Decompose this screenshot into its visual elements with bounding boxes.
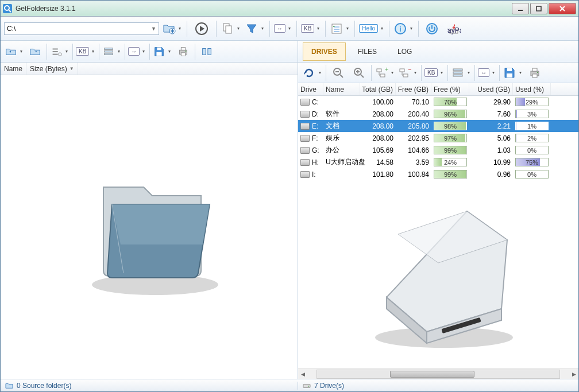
- play-scan-button[interactable]: [191, 19, 213, 38]
- donate-paypal-button[interactable]: PayPal: [444, 19, 464, 38]
- table-row[interactable]: H:U大师启动盘14.583.5924%10.9975%: [298, 156, 578, 168]
- scroll-thumb[interactable]: [390, 371, 475, 378]
- list-settings-button[interactable]: [49, 42, 70, 61]
- col-size[interactable]: Size (Bytes)▼: [26, 63, 78, 75]
- col-total[interactable]: Total (GB): [360, 83, 396, 95]
- col-drive-name[interactable]: Name: [323, 83, 360, 95]
- drive-used-cell: 1.03: [469, 144, 513, 156]
- left-width-button[interactable]: ↔: [128, 42, 147, 61]
- col-used-pct[interactable]: Used (%): [513, 83, 551, 95]
- info-button[interactable]: i: [393, 19, 415, 38]
- zoom-in-button[interactable]: [349, 63, 369, 83]
- svg-rect-61: [532, 68, 537, 71]
- svg-text:−: −: [408, 66, 411, 73]
- drive-used-cell: 10.99: [469, 156, 513, 168]
- drive-freepct-cell: 70%: [431, 96, 469, 108]
- folder-back-button[interactable]: [4, 42, 25, 61]
- zoom-out-button[interactable]: [329, 63, 348, 83]
- right-icon-area: [298, 180, 578, 368]
- width-button[interactable]: ↔: [273, 19, 293, 38]
- svg-rect-11: [226, 26, 231, 33]
- right-list-button[interactable]: [450, 63, 472, 83]
- drive-free-cell: 205.80: [396, 120, 431, 132]
- scroll-right-arrow[interactable]: ▶: [569, 370, 578, 379]
- drive-free-cell: 3.59: [396, 156, 431, 168]
- refresh-button[interactable]: [302, 63, 323, 83]
- tab-files[interactable]: FILES: [349, 42, 385, 61]
- drive-used-cell: 0.96: [469, 168, 513, 180]
- options-list-button[interactable]: [329, 19, 351, 38]
- drives-table-body: C:100.0070.1070%29.9029%D:软件208.00200.40…: [298, 96, 578, 180]
- left-print-button[interactable]: [174, 42, 192, 61]
- drives-columns-header: Drive Name Total (GB) Free (GB) Free (%)…: [298, 83, 578, 96]
- drive-used-cell: 29.90: [469, 96, 513, 108]
- col-name[interactable]: Name: [1, 63, 26, 75]
- maximize-button[interactable]: [530, 3, 547, 14]
- kb-label: KB: [424, 68, 438, 77]
- drive-letter: G:: [312, 146, 319, 154]
- folder-icon: [5, 382, 13, 389]
- svg-text:+: +: [385, 66, 388, 73]
- drive-icon: [300, 135, 310, 142]
- drive-free-cell: 70.10: [396, 96, 431, 108]
- left-kb-button[interactable]: KB: [75, 42, 96, 61]
- svg-rect-26: [105, 48, 113, 49]
- split-container: KB ↔ Name Size (Bytes)▼: [1, 41, 578, 379]
- unit-kb-button[interactable]: KB: [300, 19, 322, 38]
- drive-freepct-cell: 97%: [431, 132, 469, 144]
- table-row[interactable]: G:办公105.69104.6699%1.030%: [298, 144, 578, 156]
- power-button[interactable]: [422, 19, 442, 38]
- tree-remove-button[interactable]: −: [397, 63, 419, 83]
- left-save-button[interactable]: [152, 42, 173, 61]
- drive-total-cell: 14.58: [360, 156, 396, 168]
- svg-rect-57: [453, 75, 462, 76]
- tab-drives[interactable]: DRIVES: [303, 42, 346, 61]
- filter-button[interactable]: [244, 19, 266, 38]
- table-row[interactable]: D:软件208.00200.4096%7.603%: [298, 108, 578, 120]
- table-row[interactable]: F:娱乐208.00202.9597%5.062%: [298, 132, 578, 144]
- tree-add-button[interactable]: +: [374, 63, 396, 83]
- drive-letter: D:: [312, 110, 319, 118]
- status-right-text: 7 Drive(s): [314, 382, 344, 390]
- left-columns-header: Name Size (Bytes)▼: [1, 63, 298, 75]
- svg-rect-35: [203, 48, 206, 55]
- drive-icon: [300, 147, 310, 154]
- close-button[interactable]: [549, 3, 576, 14]
- drive-free-cell: 200.40: [396, 108, 431, 120]
- svg-rect-12: [332, 24, 341, 33]
- drive-usedpct-cell: 75%: [513, 156, 551, 168]
- col-used[interactable]: Used (GB): [469, 83, 513, 95]
- path-input[interactable]: C:\ ▼: [4, 22, 159, 35]
- compare-button[interactable]: [198, 42, 216, 61]
- drive-used-cell: 7.60: [469, 108, 513, 120]
- folder-up-button[interactable]: [26, 42, 44, 61]
- kb-label: KB: [76, 47, 89, 56]
- table-row[interactable]: C:100.0070.1070%29.9029%: [298, 96, 578, 108]
- col-drive[interactable]: Drive: [298, 83, 323, 95]
- right-kb-button[interactable]: KB: [424, 63, 445, 83]
- tab-log[interactable]: LOG: [389, 42, 420, 61]
- horizontal-scrollbar[interactable]: ◀ ▶: [298, 368, 578, 379]
- copy-button[interactable]: [220, 19, 242, 38]
- scroll-left-arrow[interactable]: ◀: [298, 370, 307, 379]
- drive-name-cell: [323, 168, 360, 180]
- kb-label: KB: [301, 24, 314, 33]
- right-print-button[interactable]: [525, 63, 545, 83]
- list-view-button[interactable]: [102, 42, 122, 61]
- width-icon: ↔: [128, 47, 140, 56]
- svg-rect-59: [507, 68, 512, 71]
- drive-total-cell: 101.80: [360, 168, 396, 180]
- col-free-pct[interactable]: Free (%): [431, 83, 469, 95]
- add-folder-button[interactable]: [161, 19, 183, 38]
- table-row[interactable]: I:101.80100.8499%0.960%: [298, 168, 578, 180]
- drive-name-cell: [323, 96, 360, 108]
- right-width-button[interactable]: ↔: [477, 63, 497, 83]
- table-row[interactable]: E:文档208.00205.8098%2.211%: [298, 120, 578, 132]
- right-save-button[interactable]: [502, 63, 524, 83]
- col-free[interactable]: Free (GB): [396, 83, 431, 95]
- right-tabs: DRIVES FILES LOG: [298, 41, 578, 63]
- svg-point-25: [59, 52, 62, 56]
- minimize-button[interactable]: [512, 3, 529, 14]
- svg-rect-46: [380, 74, 385, 77]
- hello-language-button[interactable]: Hello: [358, 19, 385, 38]
